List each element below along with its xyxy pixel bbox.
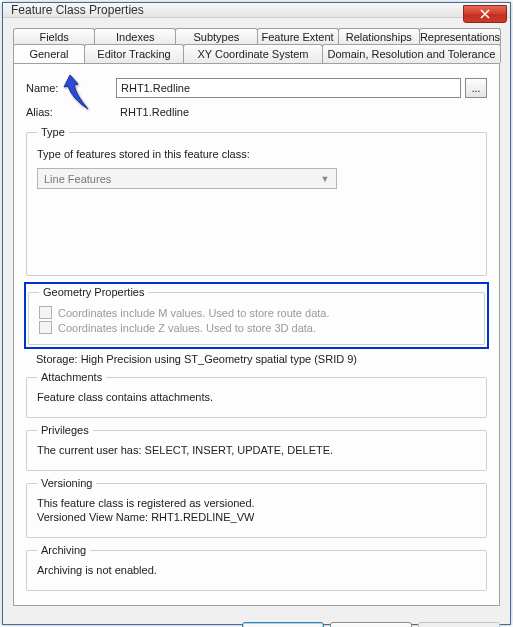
- tab-fields[interactable]: Fields: [13, 28, 95, 45]
- browse-button[interactable]: ...: [465, 78, 487, 98]
- attachments-legend: Attachments: [37, 371, 106, 383]
- apply-button: Apply: [418, 622, 500, 627]
- geometry-highlight: Geometry Properties Coordinates include …: [24, 282, 489, 349]
- titlebar: Feature Class Properties: [3, 3, 510, 18]
- m-values-checkbox[interactable]: [39, 306, 52, 319]
- privileges-line: The current user has: SELECT, INSERT, UP…: [37, 444, 476, 456]
- privileges-legend: Privileges: [37, 424, 93, 436]
- type-legend: Type: [37, 126, 69, 138]
- tab-subtypes[interactable]: Subtypes: [175, 28, 257, 45]
- tab-relationships[interactable]: Relationships: [338, 28, 420, 45]
- z-values-label: Coordinates include Z values. Used to st…: [58, 322, 316, 334]
- tab-domain-resolution-tolerance[interactable]: Domain, Resolution and Tolerance: [322, 44, 501, 63]
- z-values-checkbox[interactable]: [39, 321, 52, 334]
- attachments-group: Attachments Feature class contains attac…: [26, 371, 487, 418]
- attachments-line: Feature class contains attachments.: [37, 391, 476, 403]
- archiving-line: Archiving is not enabled.: [37, 564, 476, 576]
- name-label: Name:: [26, 82, 116, 94]
- cancel-button[interactable]: Cancel: [330, 622, 412, 627]
- feature-type-combo[interactable]: Line Features ▼: [37, 168, 337, 189]
- button-bar: OK Cancel Apply: [3, 614, 510, 627]
- archiving-group: Archiving Archiving is not enabled.: [26, 544, 487, 591]
- tab-indexes[interactable]: Indexes: [94, 28, 176, 45]
- versioning-line1: This feature class is registered as vers…: [37, 497, 476, 509]
- versioning-line2: Versioned View Name: RHT1.REDLINE_VW: [37, 511, 476, 523]
- dialog-window: Feature Class Properties Fields Indexes …: [2, 2, 511, 625]
- versioning-legend: Versioning: [37, 477, 96, 489]
- geometry-group: Geometry Properties Coordinates include …: [28, 286, 485, 345]
- archiving-legend: Archiving: [37, 544, 90, 556]
- feature-type-value: Line Features: [44, 173, 111, 185]
- close-icon: [480, 9, 490, 19]
- tab-editor-tracking[interactable]: Editor Tracking: [84, 44, 184, 63]
- geometry-legend: Geometry Properties: [39, 286, 148, 298]
- tab-representations[interactable]: Representations: [419, 28, 501, 45]
- type-group: Type Type of features stored in this fea…: [26, 126, 487, 276]
- m-values-label: Coordinates include M values. Used to st…: [58, 307, 329, 319]
- content-area: Fields Indexes Subtypes Feature Extent R…: [3, 18, 510, 614]
- alias-value: RHT1.Redline: [116, 104, 193, 120]
- type-caption: Type of features stored in this feature …: [37, 148, 476, 160]
- alias-label: Alias:: [26, 106, 116, 118]
- tab-feature-extent[interactable]: Feature Extent: [257, 28, 339, 45]
- storage-line: Storage: High Precision using ST_Geometr…: [26, 353, 487, 365]
- window-title: Feature Class Properties: [11, 3, 144, 17]
- privileges-group: Privileges The current user has: SELECT,…: [26, 424, 487, 471]
- tab-xy-coordinate-system[interactable]: XY Coordinate System: [183, 44, 323, 63]
- close-button[interactable]: [463, 5, 507, 23]
- tab-panel-general: Name: ... Alias: RHT1.Redline Type Type …: [13, 63, 500, 606]
- ok-button[interactable]: OK: [242, 622, 324, 627]
- tab-general[interactable]: General: [13, 44, 85, 63]
- versioning-group: Versioning This feature class is registe…: [26, 477, 487, 538]
- tab-strip: Fields Indexes Subtypes Feature Extent R…: [13, 28, 500, 64]
- chevron-down-icon: ▼: [318, 174, 332, 184]
- name-input[interactable]: [116, 78, 461, 98]
